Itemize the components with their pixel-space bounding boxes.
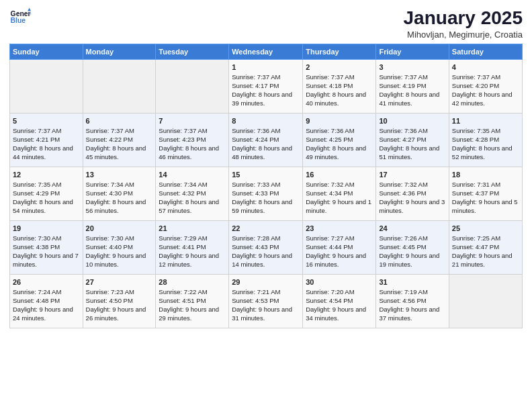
day-info: Sunset: 4:51 PM: [159, 297, 226, 306]
day-number: 14: [159, 170, 226, 180]
day-info: Daylight: 8 hours and 40 minutes.: [306, 91, 373, 108]
calendar-cell: 4Sunrise: 7:37 AMSunset: 4:20 PMDaylight…: [449, 59, 522, 113]
col-sunday: Sunday: [10, 44, 83, 59]
day-info: Sunrise: 7:30 AM: [13, 234, 80, 243]
day-info: Sunrise: 7:20 AM: [306, 288, 373, 297]
day-info: Sunset: 4:38 PM: [13, 243, 80, 252]
day-info: Sunrise: 7:36 AM: [379, 127, 445, 136]
day-info: Sunset: 4:24 PM: [232, 136, 300, 144]
day-info: Daylight: 8 hours and 45 minutes.: [86, 144, 153, 162]
day-info: Sunrise: 7:33 AM: [232, 181, 300, 189]
day-number: 25: [452, 224, 519, 234]
col-wednesday: Wednesday: [229, 44, 303, 59]
day-info: Sunset: 4:56 PM: [379, 297, 445, 306]
day-number: 24: [379, 224, 445, 234]
day-info: Sunrise: 7:37 AM: [306, 73, 373, 82]
calendar-cell: 22Sunrise: 7:28 AMSunset: 4:43 PMDayligh…: [229, 220, 303, 274]
calendar-cell: 5Sunrise: 7:37 AMSunset: 4:21 PMDaylight…: [10, 113, 83, 167]
day-number: 13: [86, 170, 153, 180]
page-title: January 2025: [404, 7, 523, 30]
day-info: Sunset: 4:48 PM: [13, 297, 80, 306]
calendar-cell: 6Sunrise: 7:37 AMSunset: 4:22 PMDaylight…: [83, 113, 156, 167]
svg-text:Blue: Blue: [11, 17, 26, 24]
calendar-cell: 26Sunrise: 7:24 AMSunset: 4:48 PMDayligh…: [10, 274, 83, 328]
day-info: Sunset: 4:30 PM: [86, 189, 153, 198]
col-monday: Monday: [83, 44, 156, 59]
calendar-week-1: 5Sunrise: 7:37 AMSunset: 4:21 PMDaylight…: [10, 113, 523, 167]
calendar-cell: 1Sunrise: 7:37 AMSunset: 4:17 PMDaylight…: [229, 59, 303, 113]
calendar-cell: 27Sunrise: 7:23 AMSunset: 4:50 PMDayligh…: [83, 274, 156, 328]
day-info: Daylight: 8 hours and 48 minutes.: [232, 144, 300, 162]
calendar-cell: 8Sunrise: 7:36 AMSunset: 4:24 PMDaylight…: [229, 113, 303, 167]
day-number: 30: [306, 277, 373, 287]
day-number: 3: [379, 62, 445, 73]
day-info: Daylight: 9 hours and 29 minutes.: [159, 306, 226, 323]
day-info: Sunrise: 7:35 AM: [13, 181, 80, 189]
calendar-cell: 31Sunrise: 7:19 AMSunset: 4:56 PMDayligh…: [376, 274, 449, 328]
day-info: Daylight: 8 hours and 49 minutes.: [306, 144, 373, 162]
calendar-cell: 23Sunrise: 7:27 AMSunset: 4:44 PMDayligh…: [303, 220, 376, 274]
day-info: Sunrise: 7:25 AM: [452, 234, 519, 243]
day-info: Daylight: 9 hours and 19 minutes.: [379, 252, 445, 269]
calendar-cell: 29Sunrise: 7:21 AMSunset: 4:53 PMDayligh…: [229, 274, 303, 328]
calendar-cell: 14Sunrise: 7:34 AMSunset: 4:32 PMDayligh…: [156, 167, 229, 220]
page-container: General Blue January 2025 Mihovljan, Meg…: [0, 0, 532, 334]
col-thursday: Thursday: [303, 44, 376, 59]
day-info: Sunrise: 7:35 AM: [452, 127, 519, 136]
day-info: Daylight: 8 hours and 46 minutes.: [159, 144, 226, 162]
title-block: January 2025 Mihovljan, Megimurje, Croat…: [404, 7, 523, 40]
calendar-cell: 9Sunrise: 7:36 AMSunset: 4:25 PMDaylight…: [303, 113, 376, 167]
day-info: Sunset: 4:44 PM: [306, 243, 373, 252]
day-info: Sunset: 4:21 PM: [13, 136, 80, 144]
day-number: 19: [13, 224, 80, 234]
calendar-cell: [449, 274, 522, 328]
calendar-cell: [156, 59, 229, 113]
day-info: Sunset: 4:29 PM: [13, 189, 80, 198]
day-number: 8: [232, 116, 300, 126]
day-info: Daylight: 8 hours and 54 minutes.: [13, 198, 80, 216]
col-friday: Friday: [376, 44, 449, 59]
day-info: Sunset: 4:28 PM: [452, 136, 519, 144]
day-number: 4: [452, 62, 519, 73]
calendar-week-2: 12Sunrise: 7:35 AMSunset: 4:29 PMDayligh…: [10, 167, 523, 220]
calendar-cell: [83, 59, 156, 113]
day-info: Daylight: 9 hours and 31 minutes.: [232, 306, 300, 323]
calendar-cell: [10, 59, 83, 113]
day-info: Sunrise: 7:27 AM: [306, 234, 373, 243]
calendar-cell: 15Sunrise: 7:33 AMSunset: 4:33 PMDayligh…: [229, 167, 303, 220]
day-info: Sunset: 4:19 PM: [379, 82, 445, 91]
day-info: Daylight: 8 hours and 51 minutes.: [379, 144, 445, 162]
day-number: 6: [86, 116, 153, 126]
day-number: 16: [306, 170, 373, 180]
day-info: Daylight: 9 hours and 16 minutes.: [306, 252, 373, 269]
day-number: 31: [379, 277, 445, 287]
calendar-cell: 16Sunrise: 7:32 AMSunset: 4:34 PMDayligh…: [303, 167, 376, 220]
day-number: 23: [306, 224, 373, 234]
day-info: Sunset: 4:32 PM: [159, 189, 226, 198]
calendar-cell: 24Sunrise: 7:26 AMSunset: 4:45 PMDayligh…: [376, 220, 449, 274]
day-number: 2: [306, 62, 373, 73]
day-number: 28: [159, 277, 226, 287]
day-number: 22: [232, 224, 300, 234]
day-number: 1: [232, 62, 300, 73]
calendar-cell: 10Sunrise: 7:36 AMSunset: 4:27 PMDayligh…: [376, 113, 449, 167]
day-info: Sunset: 4:33 PM: [232, 189, 300, 198]
day-info: Sunrise: 7:23 AM: [86, 288, 153, 297]
day-number: 5: [13, 116, 80, 126]
day-number: 20: [86, 224, 153, 234]
day-info: Sunset: 4:43 PM: [232, 243, 300, 252]
day-info: Sunrise: 7:37 AM: [159, 127, 226, 136]
day-info: Daylight: 9 hours and 24 minutes.: [13, 306, 80, 323]
day-info: Daylight: 9 hours and 3 minutes.: [379, 198, 445, 216]
svg-marker-2: [28, 8, 31, 11]
day-number: 27: [86, 277, 153, 287]
calendar-cell: 17Sunrise: 7:32 AMSunset: 4:36 PMDayligh…: [376, 167, 449, 220]
day-info: Daylight: 9 hours and 26 minutes.: [86, 306, 153, 323]
day-info: Sunrise: 7:30 AM: [86, 234, 153, 243]
day-info: Sunset: 4:53 PM: [232, 297, 300, 306]
day-number: 12: [13, 170, 80, 180]
day-info: Sunrise: 7:37 AM: [452, 73, 519, 82]
day-info: Daylight: 9 hours and 14 minutes.: [232, 252, 300, 269]
day-number: 7: [159, 116, 226, 126]
day-info: Sunset: 4:34 PM: [306, 189, 373, 198]
